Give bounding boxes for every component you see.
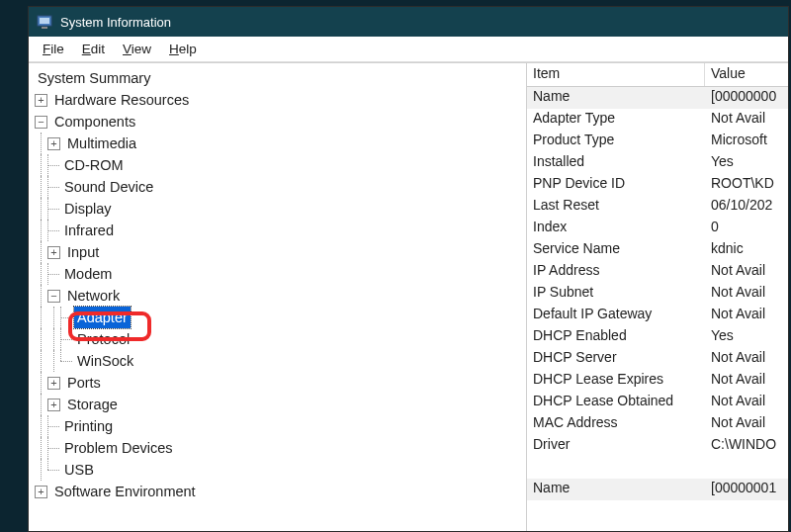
window-chrome-left	[0, 0, 28, 532]
titlebar[interactable]: System Information	[29, 7, 788, 37]
detail-row[interactable]: Index0	[527, 218, 788, 239]
app-icon	[37, 14, 52, 30]
menu-help[interactable]: Help	[161, 40, 205, 58]
detail-item-value: [00000000	[705, 87, 788, 109]
detail-item-label: DHCP Lease Obtained	[527, 392, 705, 413]
expand-icon[interactable]: +	[35, 486, 47, 498]
detail-row[interactable]: Name[00000000	[527, 87, 788, 109]
detail-item-value: Not Avail	[705, 370, 788, 392]
detail-item-value: 06/10/202	[705, 196, 788, 218]
detail-item-label: Index	[527, 218, 705, 239]
svg-rect-2	[42, 27, 47, 29]
expand-icon[interactable]: +	[47, 246, 60, 259]
detail-row[interactable]: Last Reset06/10/202	[527, 196, 788, 218]
tree-problem-devices[interactable]: Problem Devices	[35, 437, 520, 459]
tree-infrared[interactable]: Infrared	[35, 220, 520, 241]
detail-item-label: MAC Address	[527, 413, 705, 435]
tree-adapter[interactable]: Adapter	[35, 307, 520, 328]
detail-row[interactable]: DHCP Lease ObtainedNot Avail	[527, 392, 788, 413]
detail-row[interactable]: IP SubnetNot Avail	[527, 283, 788, 305]
detail-item-value: C:\WINDO	[705, 435, 788, 457]
detail-list[interactable]: Name[00000000Adapter TypeNot AvailProduc…	[527, 87, 788, 531]
detail-row[interactable]: DHCP ServerNot Avail	[527, 348, 788, 370]
tree-display[interactable]: Display	[35, 198, 520, 220]
tree-hardware-resources[interactable]: + Hardware Resources	[35, 89, 520, 111]
tree-cdrom[interactable]: CD-ROM	[35, 154, 520, 176]
detail-item-label: Name	[527, 479, 705, 500]
detail-item-value: Not Avail	[705, 261, 788, 283]
detail-row[interactable]: InstalledYes	[527, 152, 788, 174]
collapse-icon[interactable]: −	[35, 116, 47, 129]
detail-item-label: Name	[527, 87, 705, 109]
tree-winsock[interactable]: WinSock	[35, 350, 520, 372]
menu-edit[interactable]: Edit	[74, 40, 113, 58]
detail-item-value: Not Avail	[705, 109, 788, 131]
detail-row[interactable]: Service Namekdnic	[527, 239, 788, 261]
expand-icon[interactable]: +	[47, 137, 60, 150]
detail-item-value: kdnic	[705, 239, 788, 261]
tree-ports[interactable]: + Ports	[35, 372, 520, 394]
svg-rect-1	[40, 18, 49, 24]
detail-item-label: Installed	[527, 152, 705, 174]
tree-pane: System Summary + Hardware Resources − Co…	[29, 63, 527, 531]
tree-components[interactable]: − Components	[35, 111, 520, 133]
tree-usb[interactable]: USB	[35, 459, 520, 481]
detail-item-value: 0	[705, 218, 788, 239]
menu-file[interactable]: File	[35, 40, 72, 58]
expand-icon[interactable]: +	[47, 399, 60, 411]
category-tree[interactable]: System Summary + Hardware Resources − Co…	[35, 67, 520, 502]
collapse-icon[interactable]: −	[47, 290, 60, 303]
content-split: System Summary + Hardware Resources − Co…	[29, 62, 788, 531]
tree-multimedia[interactable]: + Multimedia	[35, 133, 520, 154]
tree-sound-device[interactable]: Sound Device	[35, 176, 520, 198]
detail-item-label: Service Name	[527, 239, 705, 261]
detail-row[interactable]: Name[00000001	[527, 479, 788, 500]
tree-adapter-selected: Adapter	[74, 307, 131, 328]
detail-item-value: Not Avail	[705, 348, 788, 370]
detail-row[interactable]: Default IP GatewayNot Avail	[527, 305, 788, 326]
tree-root[interactable]: System Summary	[35, 67, 520, 89]
detail-item-label: DHCP Lease Expires	[527, 370, 705, 392]
window-title: System Information	[60, 15, 171, 30]
tree-software-environment[interactable]: + Software Environment	[35, 481, 520, 502]
tree-input[interactable]: + Input	[35, 241, 520, 263]
detail-header[interactable]: Item Value	[527, 63, 788, 87]
column-header-item[interactable]: Item	[527, 63, 705, 86]
tree-modem[interactable]: Modem	[35, 263, 520, 285]
detail-item-value: Yes	[705, 326, 788, 348]
detail-item-label: PNP Device ID	[527, 174, 705, 196]
tree-network[interactable]: − Network	[35, 285, 520, 307]
detail-item-value: Yes	[705, 152, 788, 174]
detail-item-label: Driver	[527, 435, 705, 457]
detail-item-value: Not Avail	[705, 305, 788, 326]
detail-item-value: Not Avail	[705, 413, 788, 435]
tree-storage[interactable]: + Storage	[35, 394, 520, 415]
detail-item-label: Adapter Type	[527, 109, 705, 131]
menubar: File Edit View Help	[29, 37, 788, 62]
detail-item-value: ROOT\KD	[705, 174, 788, 196]
detail-row[interactable]: Adapter TypeNot Avail	[527, 109, 788, 131]
column-header-value[interactable]: Value	[705, 63, 788, 86]
detail-item-value: Not Avail	[705, 283, 788, 305]
detail-item-label: Product Type	[527, 131, 705, 152]
detail-row[interactable]: DHCP EnabledYes	[527, 326, 788, 348]
system-information-window: System Information File Edit View Help S…	[28, 6, 789, 532]
detail-row[interactable]: IP AddressNot Avail	[527, 261, 788, 283]
tree-printing[interactable]: Printing	[35, 415, 520, 437]
detail-item-label: DHCP Server	[527, 348, 705, 370]
detail-item-label: IP Address	[527, 261, 705, 283]
detail-row[interactable]: DHCP Lease ExpiresNot Avail	[527, 370, 788, 392]
detail-item-label: Default IP Gateway	[527, 305, 705, 326]
detail-item-value: Microsoft	[705, 131, 788, 152]
detail-row[interactable]: PNP Device IDROOT\KD	[527, 174, 788, 196]
detail-item-label: DHCP Enabled	[527, 326, 705, 348]
detail-row[interactable]: MAC AddressNot Avail	[527, 413, 788, 435]
menu-view[interactable]: View	[115, 40, 159, 58]
expand-icon[interactable]: +	[35, 94, 47, 107]
detail-pane: Item Value Name[00000000Adapter TypeNot …	[527, 63, 788, 531]
detail-row[interactable]: DriverC:\WINDO	[527, 435, 788, 457]
detail-row[interactable]: Product TypeMicrosoft	[527, 131, 788, 152]
expand-icon[interactable]: +	[47, 377, 60, 390]
tree-protocol[interactable]: Protocol	[35, 328, 520, 350]
detail-item-value: [00000001	[705, 479, 788, 500]
